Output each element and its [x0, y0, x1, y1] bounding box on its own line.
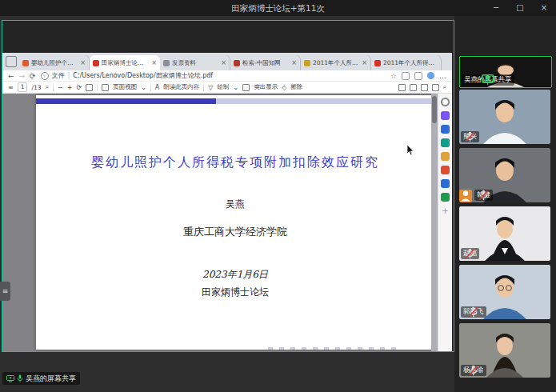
close-button[interactable]: × [532, 0, 556, 16]
slide-footer-decoration [268, 347, 396, 350]
browser-tab-3[interactable]: 发票资料 × [160, 55, 230, 70]
tab5-favicon [304, 60, 310, 66]
pdf-scrollbar-thumb[interactable] [432, 96, 437, 123]
participant-tag: 熊兴 [461, 131, 479, 142]
sidebar-games-icon[interactable] [441, 193, 450, 202]
draw-icon: ▽ [208, 84, 213, 91]
mic-muted-icon [474, 190, 493, 201]
chevron-down-icon[interactable]: ⌄ [141, 84, 146, 91]
raised-hand-badge [459, 190, 472, 202]
participant-tag: 赵惠 [461, 248, 479, 259]
favorites-star-icon[interactable]: ☆ [390, 70, 397, 82]
pdf-search-icon[interactable]: ⌕ [46, 83, 49, 91]
mic-muted-icon [461, 365, 486, 376]
page-info-icon[interactable]: i [41, 72, 49, 80]
forward-icon[interactable]: → [19, 70, 26, 82]
collections-icon[interactable] [402, 72, 410, 80]
slide-author: 吴燕 [36, 198, 434, 211]
chevron-down-icon[interactable]: ⌄ [234, 84, 239, 91]
extensions-icon[interactable] [414, 72, 422, 80]
tab-close-icon[interactable]: × [362, 59, 367, 66]
mic-on-icon [462, 74, 514, 86]
panel-toggle-button[interactable]: ≡ [0, 282, 10, 301]
browser-tab-5[interactable]: 2011年个人所得税改革的… × [301, 55, 371, 70]
slide-title: 婴幼儿照护个人所得税专项附加扣除效应研究 [36, 154, 434, 171]
sidebar-outlook-icon[interactable] [441, 179, 450, 188]
sidebar-tag-icon[interactable] [441, 125, 450, 134]
print-icon[interactable] [398, 84, 406, 91]
participant-tile-6[interactable]: 杨蕙瑜 [459, 323, 550, 378]
fit-page-icon[interactable] [86, 84, 93, 91]
sidebar-tools-icon[interactable] [441, 138, 450, 147]
shared-screen-region: 婴幼儿照护个人所得税影响 × 田家炳博士论坛.pdf × 发票资料 × 检索-中… [2, 20, 454, 352]
mic-muted-icon [461, 248, 479, 259]
meeting-bottom-bar: 吴燕的屏幕共享 [0, 352, 454, 392]
zoom-out-icon[interactable]: − [58, 84, 63, 91]
url-scheme: 文件 [52, 71, 65, 80]
participant-tag: 郭鹏飞 [461, 306, 486, 318]
person-icon [459, 190, 472, 202]
tab-close-icon[interactable]: × [80, 59, 86, 66]
mic-muted-icon [461, 306, 486, 318]
rotate-icon[interactable]: ⟳ [76, 84, 82, 91]
participant-tile-3[interactable]: 韩健 [459, 148, 550, 202]
slide-event: 田家炳博士论坛 [36, 286, 434, 299]
browser-tab-1[interactable]: 婴幼儿照护个人所得税影响 × [19, 55, 90, 70]
participant-tile-5[interactable]: 郭鹏飞 [459, 265, 550, 319]
pdf-scrollbar[interactable] [431, 94, 438, 351]
back-icon[interactable]: ← [8, 70, 14, 82]
read-aloud-button[interactable]: 朗读此页内容 [163, 83, 199, 91]
zoom-in-icon[interactable]: + [67, 84, 73, 91]
save-as-icon[interactable] [421, 84, 428, 91]
browser-tab-2-active[interactable]: 田家炳博士论坛.pdf × [90, 55, 160, 70]
slide-decoration-band [36, 98, 434, 104]
tab3-favicon [163, 60, 170, 66]
participant-tag: 韩健 [474, 190, 493, 201]
shared-desktop-background [2, 21, 454, 53]
profile-avatar-icon[interactable] [427, 72, 434, 79]
window-titlebar: 田家炳博士论坛+第11次 ─ □ × [0, 0, 556, 16]
screen-share-icon [6, 375, 14, 382]
browser-tab-6[interactable]: 2011年个人所得税改革政策 [371, 55, 442, 70]
tab-close-icon[interactable]: × [151, 59, 157, 66]
more-settings-icon[interactable]: ⌕ [443, 83, 446, 91]
browser-menu-icon[interactable]: … [439, 70, 446, 82]
save-icon[interactable] [410, 84, 417, 91]
mouse-cursor [406, 145, 414, 156]
mic-on-icon [17, 374, 23, 382]
window-title: 田家炳博士论坛+第11次 [0, 0, 556, 16]
sidebar-add-icon[interactable]: + [441, 206, 450, 215]
pdf-page-count: /13 [31, 84, 41, 91]
url-path: C:/Users/Lenovo/Desktop/田家炳博士论坛.pdf [73, 71, 213, 80]
cnki-favicon [234, 60, 240, 66]
pdf-contents-icon[interactable]: ≡ [8, 84, 14, 91]
minimize-button[interactable]: ─ [484, 0, 508, 16]
tab-search-icon[interactable] [6, 56, 17, 67]
sidebar-shopping-icon[interactable] [441, 152, 450, 161]
participant-tile-2[interactable]: 熊兴 [459, 90, 550, 144]
mic-muted-icon [461, 131, 479, 142]
browser-tabstrip: 婴幼儿照护个人所得税影响 × 田家炳博士论坛.pdf × 发票资料 × 检索-中… [2, 53, 452, 70]
tab-close-icon[interactable]: × [221, 59, 226, 66]
fullscreen-icon[interactable] [432, 84, 439, 91]
sidebar-copilot-icon[interactable] [441, 111, 450, 120]
draw-button[interactable]: 绘制 [218, 83, 230, 91]
participant-video [459, 148, 550, 202]
pdf-page-input[interactable]: 1 [18, 82, 28, 92]
tab-close-icon[interactable]: × [291, 59, 297, 66]
address-bar[interactable]: i 文件 | C:/Users/Lenovo/Desktop/田家炳博士论坛.p… [41, 71, 386, 80]
participant-tag: 吴燕的屏幕共享 [462, 74, 514, 86]
sidebar-search-icon[interactable] [441, 98, 450, 106]
maximize-button[interactable]: □ [508, 0, 532, 16]
participant-tile-1[interactable]: 吴燕的屏幕共享 [459, 56, 552, 88]
read-aloud-icon: A [155, 84, 159, 91]
sidebar-office-icon[interactable] [441, 166, 450, 174]
browser-tab-4[interactable]: 检索-中国知网 × [230, 55, 301, 70]
erase-button[interactable]: 擦除 [290, 83, 302, 91]
highlight-button[interactable]: 突出显示 [254, 83, 278, 91]
page-view-button[interactable]: 页面视图 [113, 83, 137, 91]
pdf-viewport[interactable]: 婴幼儿照护个人所得税专项附加扣除效应研究 吴燕 重庆工商大学经济学院 2023年… [2, 94, 452, 351]
tab1-favicon [22, 60, 29, 66]
refresh-icon[interactable]: ⟳ [30, 70, 36, 82]
participant-tile-4[interactable]: 赵惠 [459, 206, 550, 261]
